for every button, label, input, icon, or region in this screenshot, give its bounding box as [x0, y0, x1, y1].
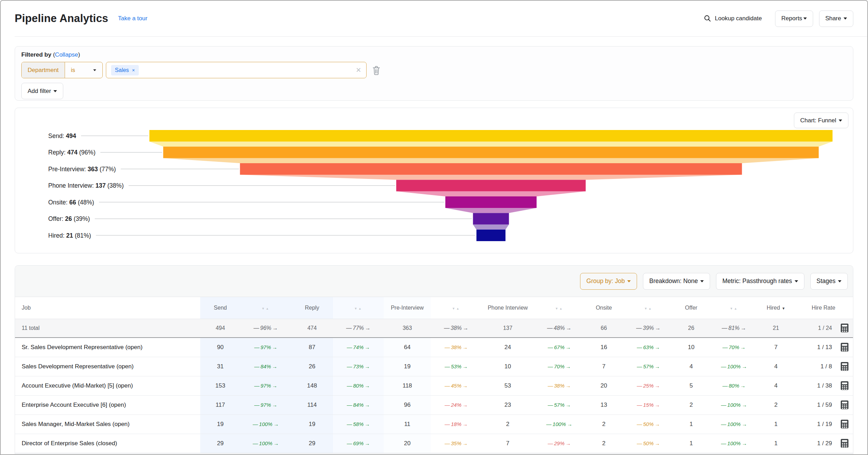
- chevron-down-icon: [700, 280, 704, 282]
- sort-icon[interactable]: ▼▲: [452, 307, 461, 310]
- funnel-bar-hired[interactable]: [476, 230, 505, 241]
- sort-icon[interactable]: ▼▲: [644, 307, 653, 310]
- passthrough-rate: —50%→: [623, 434, 674, 453]
- filter-operator-dropdown[interactable]: is: [65, 62, 102, 78]
- stage-count: 53: [482, 376, 534, 395]
- filter-condition-group: Department is: [21, 62, 103, 78]
- chevron-down-icon: [627, 280, 631, 282]
- passthrough-rate: —84%→: [333, 395, 384, 414]
- funnel-label-pre-interview: Pre-Interview: 363 (77%): [48, 166, 116, 173]
- chart-type-selector[interactable]: Chart: Funnel: [794, 113, 848, 128]
- total-row[interactable]: 11 total494—96%→474—77%→363—38%→137—48%→…: [15, 319, 853, 338]
- funnel-connector: [473, 225, 509, 230]
- breakdown-none-dropdown[interactable]: Breakdown: None: [643, 273, 710, 290]
- passthrough-rate: —50%→: [623, 414, 674, 434]
- job-name: Sr. Sales Development Representative (op…: [15, 338, 200, 357]
- passthrough-rate: —38%→: [431, 338, 482, 357]
- sort-icon[interactable]: ▼▲: [730, 307, 738, 310]
- sort-control[interactable]: ▼▲: [534, 297, 585, 319]
- column-header-phone-interview[interactable]: Phone Interview: [482, 297, 534, 319]
- column-header-reply[interactable]: Reply: [291, 297, 333, 319]
- passthrough-rate: —63%→: [623, 338, 674, 357]
- funnel-label-hired: Hired: 21 (81%): [48, 232, 91, 239]
- funnel-label-phone-interview: Phone Interview: 137 (38%): [48, 182, 124, 189]
- stage-count: 20: [585, 376, 623, 395]
- calculator-icon[interactable]: [840, 419, 849, 429]
- next-row-sliver: [15, 453, 853, 455]
- funnel-bar-reply[interactable]: [163, 147, 819, 158]
- collapse-link[interactable]: Collapse: [55, 51, 78, 58]
- funnel-bar-onsite[interactable]: [445, 196, 536, 208]
- passthrough-rate: —57%→: [534, 395, 585, 414]
- stages-dropdown[interactable]: Stages: [810, 273, 848, 290]
- sort-control[interactable]: ▼▲: [431, 297, 482, 319]
- table-row[interactable]: Sales Manager, Mid-Market Sales (open)19…: [15, 414, 853, 434]
- passthrough-rate: —80%→: [709, 376, 759, 395]
- lookup-candidate-button[interactable]: Lookup candidate: [704, 15, 762, 22]
- column-header-pre-interview[interactable]: Pre-Interview: [384, 297, 431, 319]
- sort-control[interactable]: ▼▲: [333, 297, 384, 319]
- hire-rate: 1 / 19: [793, 414, 853, 434]
- chevron-down-icon: [803, 17, 807, 20]
- take-a-tour-link[interactable]: Take a tour: [118, 15, 147, 22]
- sort-icon[interactable]: ▼▲: [354, 307, 363, 310]
- table-row[interactable]: Sales Development Representative (open)3…: [15, 357, 853, 376]
- calculator-icon[interactable]: [840, 381, 849, 390]
- passthrough-rate: —97%→: [240, 338, 291, 357]
- column-header-hired[interactable]: Hired▼: [759, 297, 793, 319]
- funnel-label-send: Send: 494: [48, 132, 76, 139]
- calculator-icon[interactable]: [840, 400, 849, 410]
- funnel-connector: [396, 192, 586, 197]
- share-button[interactable]: Share: [819, 10, 853, 27]
- passthrough-rate: —84%→: [240, 357, 291, 376]
- close-icon[interactable]: ×: [132, 67, 135, 73]
- stage-count: 2: [585, 414, 623, 434]
- passthrough-rate: —53%→: [431, 357, 482, 376]
- table-row[interactable]: Sr. Sales Development Representative (op…: [15, 338, 853, 357]
- group-by-job-dropdown[interactable]: Group by: Job: [580, 273, 637, 290]
- page-title: Pipeline Analytics: [15, 12, 108, 25]
- chevron-down-icon: [839, 120, 842, 122]
- stage-count: 7: [759, 338, 793, 357]
- metric-passthrough-rates-dropdown[interactable]: Metric: Passthrough rates: [716, 273, 804, 290]
- table-row[interactable]: Enterprise Account Executive [6] (open)1…: [15, 395, 853, 414]
- calculator-icon[interactable]: [840, 323, 849, 333]
- stage-count: 2: [674, 395, 709, 414]
- column-header-hire-rate[interactable]: Hire Rate: [793, 297, 853, 319]
- stage-count: 29: [200, 434, 240, 453]
- sort-icon[interactable]: ▼▲: [262, 307, 270, 310]
- stage-count: 153: [200, 376, 240, 395]
- column-header-onsite[interactable]: Onsite: [585, 297, 623, 319]
- hire-rate: 1 / 24: [793, 319, 853, 338]
- calculator-icon[interactable]: [840, 342, 849, 352]
- funnel-label-onsite: Onsite: 66 (48%): [48, 199, 94, 206]
- filter-field[interactable]: Department: [22, 62, 65, 78]
- reports-button[interactable]: Reports: [775, 10, 813, 27]
- funnel-bar-offer[interactable]: [473, 213, 509, 225]
- sort-control[interactable]: ▼▲: [623, 297, 674, 319]
- table-row[interactable]: Account Executive (Mid-Market) [5] (open…: [15, 376, 853, 395]
- trash-icon[interactable]: [372, 65, 381, 75]
- stage-count: 11: [384, 414, 431, 434]
- funnel-label-reply: Reply: 474 (96%): [48, 149, 95, 156]
- funnel-bar-pre-interview[interactable]: [240, 163, 742, 175]
- column-header-job[interactable]: Job: [15, 297, 200, 319]
- calculator-icon[interactable]: [840, 362, 849, 371]
- funnel-bar-send[interactable]: [150, 130, 833, 142]
- table-row[interactable]: Director of Enterprise Sales (closed)29—…: [15, 434, 853, 453]
- passthrough-rate: —35%→: [431, 434, 482, 453]
- stage-count: 96: [384, 395, 431, 414]
- sort-control[interactable]: ▼▲: [240, 297, 291, 319]
- filter-value-input[interactable]: Sales × ✕: [106, 62, 367, 78]
- add-filter-button[interactable]: Add filter: [21, 83, 63, 99]
- passthrough-rate: —74%→: [333, 338, 384, 357]
- passthrough-rate: —57%→: [623, 357, 674, 376]
- calculator-icon[interactable]: [840, 439, 849, 448]
- filter-row: Department is Sales × ✕: [21, 62, 847, 78]
- sort-icon[interactable]: ▼▲: [555, 307, 564, 310]
- sort-control[interactable]: ▼▲: [709, 297, 759, 319]
- column-header-offer[interactable]: Offer: [674, 297, 709, 319]
- column-header-send[interactable]: Send: [200, 297, 240, 319]
- clear-filter-icon[interactable]: ✕: [356, 66, 361, 74]
- funnel-bar-phone-interview[interactable]: [396, 180, 586, 192]
